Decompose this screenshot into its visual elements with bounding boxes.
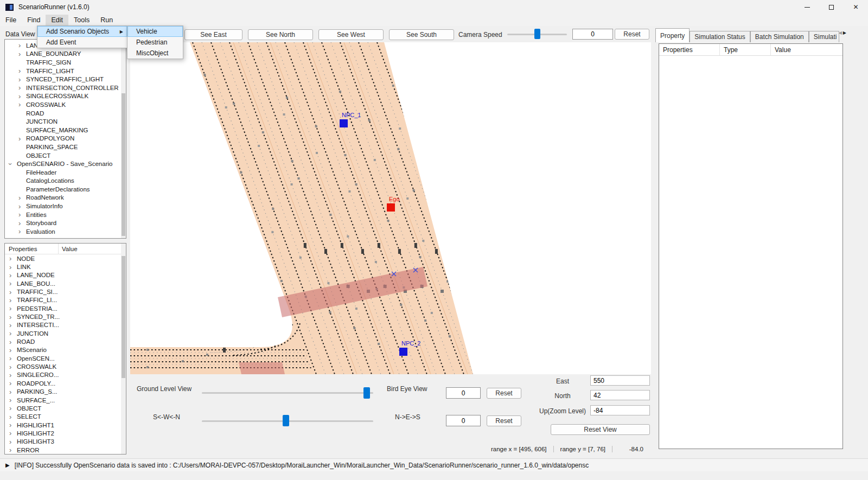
scrollbar[interactable]	[121, 244, 126, 454]
tree-item[interactable]: SYNCED_TRAFFIC_LIGHT	[5, 75, 126, 84]
tree-item[interactable]: FileHeader	[5, 168, 126, 177]
marker-Ego[interactable]	[387, 203, 395, 212]
property-item[interactable]: OBJECT	[5, 404, 126, 412]
status-expand-icon[interactable]: ▶	[5, 462, 10, 468]
swn-slider-handle[interactable]	[283, 415, 289, 426]
bird-eye-reset-button[interactable]: Reset	[487, 388, 521, 399]
tree-item[interactable]: Storyboard	[5, 219, 126, 227]
tree-item[interactable]: SINGLECROSSWALK	[5, 92, 126, 101]
property-item[interactable]: ROAD	[5, 337, 126, 345]
maximize-button[interactable]	[819, 0, 844, 14]
tree-item[interactable]: OBJECT	[5, 151, 126, 160]
north-input[interactable]	[590, 390, 650, 400]
property-item[interactable]: JUNCTION	[5, 329, 126, 337]
tree-item[interactable]: JUNCTION	[5, 117, 126, 126]
ground-level-slider-handle[interactable]	[363, 387, 370, 399]
scrollbar[interactable]	[121, 40, 126, 238]
property-item[interactable]: OpenSCEN...	[5, 354, 126, 362]
tree-item[interactable]: ParameterDeclarations	[5, 185, 126, 194]
tree-item[interactable]: ROAD	[5, 109, 126, 118]
submenu-pedestrian[interactable]: Pedestrian	[127, 37, 183, 48]
property-item[interactable]: PARKING_S...	[5, 388, 126, 396]
tab-batch-simulation[interactable]: Batch Simulation	[750, 31, 809, 42]
property-item[interactable]: SINGLECRO...	[5, 371, 126, 379]
tab-scroll-right-icon[interactable]: ▶	[843, 30, 846, 35]
camera-speed-input[interactable]	[572, 29, 613, 40]
tab-simulation[interactable]: Simulati	[809, 31, 839, 42]
marker-NPC_2[interactable]	[399, 348, 407, 356]
tree-item[interactable]: SURFACE_MARKING	[5, 126, 126, 135]
tree-item[interactable]: Evaluation	[5, 227, 126, 236]
property-item[interactable]: NODE	[5, 254, 126, 263]
scrollbar-thumb[interactable]	[122, 93, 125, 236]
property-item[interactable]: LINK	[5, 263, 126, 271]
properties-col-header: Properties	[5, 244, 59, 254]
tree-item[interactable]: OpenSCENARIO - Save_Scenario	[5, 159, 126, 168]
property-item[interactable]: TRAFFIC_SI...	[5, 287, 126, 296]
property-item[interactable]: SYNCED_TR...	[5, 312, 126, 321]
tab-property[interactable]: Property	[655, 28, 690, 42]
property-table-col-type: Type	[720, 44, 771, 55]
property-item[interactable]: PEDESTRIA...	[5, 304, 126, 312]
scrollbar-thumb[interactable]	[122, 256, 125, 378]
see-west-button[interactable]: See West	[318, 29, 384, 40]
menu-add-scenario-objects[interactable]: Add Scenario Objects ▶	[37, 26, 127, 37]
bird-eye-view-input[interactable]	[446, 387, 481, 399]
tree-item[interactable]: TRAFFIC_LIGHT	[5, 67, 126, 75]
tree-item-label: TRAFFIC_LIGHT	[26, 68, 74, 74]
east-input[interactable]	[590, 375, 650, 386]
menu-tools[interactable]: Tools	[68, 15, 95, 25]
tree-item[interactable]: SimulatorInfo	[5, 202, 126, 210]
property-item[interactable]: LANE_NODE	[5, 271, 126, 279]
property-item[interactable]: ROADPOLY...	[5, 379, 126, 387]
tree-item[interactable]: Entities	[5, 210, 126, 219]
tree-item[interactable]: TRAFFIC_SIGN	[5, 58, 126, 67]
tree-item[interactable]: ROADPOLYGON	[5, 135, 126, 143]
close-button[interactable]: ✕	[844, 0, 868, 14]
property-item[interactable]: TRAFFIC_LI...	[5, 296, 126, 304]
property-item[interactable]: SELECT	[5, 413, 126, 421]
camera-speed-slider-handle[interactable]	[534, 29, 540, 39]
nes-reset-button[interactable]: Reset	[487, 415, 521, 426]
tab-simulation-status[interactable]: Simulation Status	[690, 31, 750, 42]
menu-file[interactable]: File	[0, 15, 22, 25]
property-item[interactable]: HIGHLIGHT1	[5, 421, 126, 429]
submenu-miscobject[interactable]: MiscObject	[127, 48, 183, 59]
tree-item[interactable]: LANE_BOUNDARY	[5, 50, 126, 59]
map-view[interactable]: NPC_1EgoNPC_2	[130, 42, 651, 374]
see-east-button[interactable]: See East	[184, 29, 242, 40]
menu-add-event[interactable]: Add Event	[37, 37, 127, 48]
see-south-button[interactable]: See South	[389, 29, 454, 40]
see-north-button[interactable]: See North	[248, 29, 313, 40]
property-item[interactable]: ERROR	[5, 446, 126, 454]
property-item[interactable]: LANE_BOU...	[5, 279, 126, 287]
property-item[interactable]: INTERSECTI...	[5, 321, 126, 329]
menu-find[interactable]: Find	[22, 15, 46, 25]
chevron-icon	[18, 67, 26, 74]
submenu-arrow-icon: ▶	[120, 29, 123, 34]
ground-level-slider-track[interactable]	[202, 392, 373, 394]
tree-item[interactable]: RoadNetwork	[5, 194, 126, 202]
menu-run[interactable]: Run	[95, 15, 118, 25]
property-item[interactable]: SURFACE_...	[5, 396, 126, 404]
property-item[interactable]: HIGHLIGHT2	[5, 429, 126, 437]
property-item-label: TRAFFIC_SI...	[17, 289, 58, 295]
up-zoom-level-input[interactable]	[590, 405, 650, 415]
tree-item[interactable]: INTERSECTION_CONTROLLER	[5, 84, 126, 92]
tree-item[interactable]: CROSSWALK	[5, 100, 126, 109]
property-item[interactable]: HIGHLIGHT3	[5, 438, 126, 446]
nes-input[interactable]	[446, 415, 481, 426]
tab-scroll-left-icon[interactable]: ◀	[839, 30, 842, 35]
map-canvas[interactable]: NPC_1EgoNPC_2	[130, 42, 651, 374]
tree-item[interactable]: CatalogLocations	[5, 177, 126, 185]
reset-view-button[interactable]: Reset View	[551, 424, 650, 435]
menu-edit[interactable]: Edit	[46, 15, 68, 25]
submenu-vehicle[interactable]: Vehicle	[127, 26, 183, 37]
marker-NPC_1[interactable]	[340, 119, 348, 127]
property-item[interactable]: MScenario	[5, 346, 126, 354]
minimize-button[interactable]	[795, 0, 819, 14]
camera-speed-reset-button[interactable]: Reset	[615, 29, 649, 40]
tree-item[interactable]: PARKING_SPACE	[5, 143, 126, 151]
property-item[interactable]: CROSSWALK	[5, 362, 126, 370]
chevron-icon	[9, 347, 17, 354]
